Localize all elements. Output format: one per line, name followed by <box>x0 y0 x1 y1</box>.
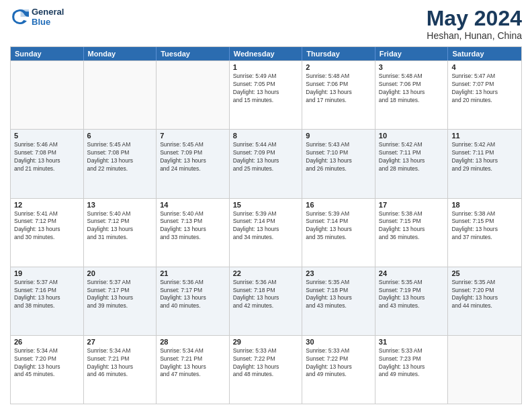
day-info: Sunrise: 5:45 AM Sunset: 7:08 PM Dayligh… <box>87 141 153 173</box>
week-row-4: 19Sunrise: 5:37 AM Sunset: 7:16 PM Dayli… <box>11 267 521 335</box>
day-number: 7 <box>160 132 226 140</box>
day-info: Sunrise: 5:33 AM Sunset: 7:22 PM Dayligh… <box>233 347 299 379</box>
empty-cell <box>157 61 230 129</box>
day-number: 24 <box>379 269 445 277</box>
day-info: Sunrise: 5:37 AM Sunset: 7:17 PM Dayligh… <box>87 279 153 311</box>
week-row-3: 12Sunrise: 5:41 AM Sunset: 7:12 PM Dayli… <box>11 198 521 267</box>
day-cell-6: 6Sunrise: 5:45 AM Sunset: 7:08 PM Daylig… <box>84 130 157 197</box>
day-cell-28: 28Sunrise: 5:34 AM Sunset: 7:21 PM Dayli… <box>157 336 230 404</box>
calendar: SundayMondayTuesdayWednesdayThursdayFrid… <box>10 46 522 404</box>
day-cell-16: 16Sunrise: 5:39 AM Sunset: 7:14 PM Dayli… <box>302 199 375 267</box>
day-info: Sunrise: 5:48 AM Sunset: 7:06 PM Dayligh… <box>379 73 445 105</box>
day-cell-1: 1Sunrise: 5:49 AM Sunset: 7:05 PM Daylig… <box>230 61 303 129</box>
logo-text: General Blue <box>32 7 64 27</box>
day-number: 30 <box>306 338 371 346</box>
day-info: Sunrise: 5:42 AM Sunset: 7:11 PM Dayligh… <box>451 141 518 173</box>
day-header-saturday: Saturday <box>448 47 521 60</box>
day-cell-17: 17Sunrise: 5:38 AM Sunset: 7:15 PM Dayli… <box>375 199 449 267</box>
day-number: 18 <box>451 201 518 209</box>
day-info: Sunrise: 5:40 AM Sunset: 7:12 PM Dayligh… <box>87 210 153 242</box>
day-header-wednesday: Wednesday <box>230 47 303 60</box>
day-info: Sunrise: 5:35 AM Sunset: 7:20 PM Dayligh… <box>451 279 518 311</box>
day-cell-11: 11Sunrise: 5:42 AM Sunset: 7:11 PM Dayli… <box>448 130 521 197</box>
day-cell-13: 13Sunrise: 5:40 AM Sunset: 7:12 PM Dayli… <box>84 199 157 267</box>
day-number: 28 <box>160 338 226 346</box>
day-number: 26 <box>14 338 80 346</box>
day-cell-25: 25Sunrise: 5:35 AM Sunset: 7:20 PM Dayli… <box>448 267 521 335</box>
day-number: 4 <box>451 63 518 71</box>
header: General Blue May 2024 Heshan, Hunan, Chi… <box>10 7 522 41</box>
day-info: Sunrise: 5:39 AM Sunset: 7:14 PM Dayligh… <box>306 210 371 242</box>
logo: General Blue <box>10 7 64 27</box>
day-info: Sunrise: 5:48 AM Sunset: 7:06 PM Dayligh… <box>306 73 371 105</box>
empty-cell <box>84 61 157 129</box>
empty-cell <box>448 336 521 404</box>
day-number: 22 <box>233 269 299 277</box>
day-info: Sunrise: 5:34 AM Sunset: 7:21 PM Dayligh… <box>160 347 226 379</box>
day-number: 15 <box>233 201 299 209</box>
day-cell-29: 29Sunrise: 5:33 AM Sunset: 7:22 PM Dayli… <box>230 336 303 404</box>
day-header-sunday: Sunday <box>11 47 84 60</box>
day-cell-27: 27Sunrise: 5:34 AM Sunset: 7:21 PM Dayli… <box>84 336 157 404</box>
day-info: Sunrise: 5:41 AM Sunset: 7:12 PM Dayligh… <box>14 210 80 242</box>
day-number: 13 <box>87 201 153 209</box>
day-cell-7: 7Sunrise: 5:45 AM Sunset: 7:09 PM Daylig… <box>157 130 230 197</box>
day-info: Sunrise: 5:45 AM Sunset: 7:09 PM Dayligh… <box>160 141 226 173</box>
day-header-tuesday: Tuesday <box>157 47 230 60</box>
day-cell-10: 10Sunrise: 5:42 AM Sunset: 7:11 PM Dayli… <box>375 130 449 197</box>
day-number: 16 <box>306 201 371 209</box>
day-info: Sunrise: 5:39 AM Sunset: 7:14 PM Dayligh… <box>233 210 299 242</box>
month-title: May 2024 <box>427 7 522 30</box>
day-cell-15: 15Sunrise: 5:39 AM Sunset: 7:14 PM Dayli… <box>230 199 303 267</box>
day-info: Sunrise: 5:37 AM Sunset: 7:16 PM Dayligh… <box>14 279 80 311</box>
page: General Blue May 2024 Heshan, Hunan, Chi… <box>0 0 532 411</box>
day-info: Sunrise: 5:33 AM Sunset: 7:23 PM Dayligh… <box>379 347 445 379</box>
day-info: Sunrise: 5:40 AM Sunset: 7:13 PM Dayligh… <box>160 210 226 242</box>
empty-cell <box>11 61 84 129</box>
day-number: 5 <box>14 132 80 140</box>
day-cell-12: 12Sunrise: 5:41 AM Sunset: 7:12 PM Dayli… <box>11 199 84 267</box>
week-row-1: 1Sunrise: 5:49 AM Sunset: 7:05 PM Daylig… <box>11 60 521 129</box>
day-cell-30: 30Sunrise: 5:33 AM Sunset: 7:22 PM Dayli… <box>302 336 375 404</box>
day-info: Sunrise: 5:33 AM Sunset: 7:22 PM Dayligh… <box>306 347 371 379</box>
day-cell-24: 24Sunrise: 5:35 AM Sunset: 7:19 PM Dayli… <box>375 267 449 335</box>
day-info: Sunrise: 5:49 AM Sunset: 7:05 PM Dayligh… <box>233 73 299 105</box>
day-info: Sunrise: 5:36 AM Sunset: 7:18 PM Dayligh… <box>233 279 299 311</box>
day-info: Sunrise: 5:34 AM Sunset: 7:20 PM Dayligh… <box>14 347 80 379</box>
day-number: 17 <box>379 201 445 209</box>
day-header-monday: Monday <box>84 47 157 60</box>
day-header-thursday: Thursday <box>302 47 375 60</box>
day-number: 8 <box>233 132 299 140</box>
day-number: 14 <box>160 201 226 209</box>
day-cell-2: 2Sunrise: 5:48 AM Sunset: 7:06 PM Daylig… <box>302 61 375 129</box>
logo-icon <box>10 7 29 26</box>
day-number: 1 <box>233 63 299 71</box>
location-title: Heshan, Hunan, China <box>427 30 522 41</box>
day-info: Sunrise: 5:47 AM Sunset: 7:07 PM Dayligh… <box>451 73 518 105</box>
day-number: 23 <box>306 269 371 277</box>
day-cell-21: 21Sunrise: 5:36 AM Sunset: 7:17 PM Dayli… <box>157 267 230 335</box>
day-cell-26: 26Sunrise: 5:34 AM Sunset: 7:20 PM Dayli… <box>11 336 84 404</box>
day-cell-22: 22Sunrise: 5:36 AM Sunset: 7:18 PM Dayli… <box>230 267 303 335</box>
day-number: 9 <box>306 132 371 140</box>
day-number: 2 <box>306 63 371 71</box>
calendar-body: 1Sunrise: 5:49 AM Sunset: 7:05 PM Daylig… <box>11 60 521 404</box>
day-number: 3 <box>379 63 445 71</box>
day-cell-19: 19Sunrise: 5:37 AM Sunset: 7:16 PM Dayli… <box>11 267 84 335</box>
day-number: 12 <box>14 201 80 209</box>
day-number: 11 <box>451 132 518 140</box>
day-info: Sunrise: 5:38 AM Sunset: 7:15 PM Dayligh… <box>451 210 518 242</box>
day-cell-8: 8Sunrise: 5:44 AM Sunset: 7:09 PM Daylig… <box>230 130 303 197</box>
day-cell-14: 14Sunrise: 5:40 AM Sunset: 7:13 PM Dayli… <box>157 199 230 267</box>
day-cell-3: 3Sunrise: 5:48 AM Sunset: 7:06 PM Daylig… <box>375 61 449 129</box>
day-cell-4: 4Sunrise: 5:47 AM Sunset: 7:07 PM Daylig… <box>448 61 521 129</box>
day-info: Sunrise: 5:38 AM Sunset: 7:15 PM Dayligh… <box>379 210 445 242</box>
day-cell-18: 18Sunrise: 5:38 AM Sunset: 7:15 PM Dayli… <box>448 199 521 267</box>
title-area: May 2024 Heshan, Hunan, China <box>427 7 522 41</box>
day-number: 10 <box>379 132 445 140</box>
day-cell-20: 20Sunrise: 5:37 AM Sunset: 7:17 PM Dayli… <box>84 267 157 335</box>
day-number: 20 <box>87 269 153 277</box>
day-number: 29 <box>233 338 299 346</box>
day-header-friday: Friday <box>375 47 449 60</box>
day-info: Sunrise: 5:43 AM Sunset: 7:10 PM Dayligh… <box>306 141 371 173</box>
